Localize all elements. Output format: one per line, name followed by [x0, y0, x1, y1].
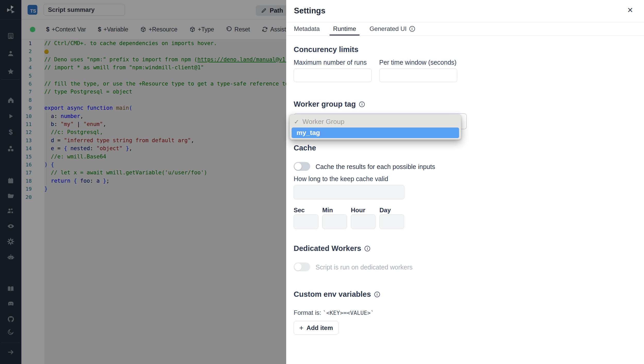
concurrency-input-max-runs[interactable] [294, 69, 372, 82]
modal-backdrop[interactable] [0, 0, 286, 364]
env-format-hint: Format is: `<KEY>=<VALUE>` [294, 309, 374, 316]
cache-day-input[interactable] [379, 214, 404, 229]
field-label: Maximum number of runs [294, 59, 367, 66]
info-icon[interactable]: i [374, 292, 380, 297]
cache-min-input[interactable] [322, 214, 347, 229]
settings-tabs: MetadataRuntimeGenerated UIi [286, 22, 644, 36]
cache-duration-input[interactable] [294, 185, 404, 199]
windmill-script-editor: $ [0, 0, 644, 364]
add-item-button[interactable]: + Add item [294, 321, 338, 335]
cache-heading: Cache [294, 144, 316, 152]
cache-duration-label: How long to the keep cache valid [294, 175, 388, 183]
info-icon[interactable]: i [409, 26, 415, 32]
check-icon: ✓ [294, 118, 299, 125]
dropdown-option-worker-group[interactable]: ✓Worker Group [292, 116, 459, 128]
cache-sec-input[interactable] [294, 214, 318, 229]
unit-label-sec: Sec [294, 207, 305, 214]
unit-label-hour: Hour [351, 207, 365, 214]
settings-drawer: Settings ✕ MetadataRuntimeGenerated UIi … [286, 0, 644, 364]
concurrency-heading: Concurency limits [294, 45, 358, 54]
worker-group-heading: Worker group tag i [294, 100, 365, 108]
close-icon[interactable]: ✕ [627, 6, 633, 15]
cache-toggle-label: Cache the results for each possible inpu… [316, 163, 435, 171]
settings-title: Settings [294, 6, 325, 15]
dedicated-workers-toggle[interactable] [294, 263, 310, 271]
dedicated-workers-heading: Dedicated Workers i [294, 244, 370, 253]
worker-group-dropdown: ✓Worker Groupmy_tag [290, 114, 461, 140]
settings-header: Settings ✕ [286, 0, 644, 22]
tab-generated-ui[interactable]: Generated UIi [369, 22, 415, 36]
unit-label-day: Day [379, 207, 391, 214]
dropdown-option-my_tag[interactable]: my_tag [292, 128, 459, 138]
concurrency-input-time-window[interactable] [379, 69, 457, 82]
info-icon[interactable]: i [365, 246, 370, 251]
env-format-code: `<KEY>=<VALUE>` [323, 310, 374, 316]
toggle-knob [294, 263, 302, 270]
toggle-knob [294, 163, 302, 170]
tab-runtime[interactable]: Runtime [333, 22, 356, 36]
dedicated-workers-toggle-label: Script is run on dedicated workers [316, 264, 413, 271]
tab-metadata[interactable]: Metadata [294, 22, 320, 36]
cache-hour-input[interactable] [351, 214, 376, 229]
add-item-label: Add item [307, 324, 333, 332]
plus-icon: + [299, 324, 303, 332]
info-icon[interactable]: i [359, 101, 365, 107]
custom-env-heading: Custom env variables i [294, 290, 380, 299]
unit-label-min: Min [322, 207, 333, 214]
field-label: Per time window (seconds) [379, 59, 456, 66]
cache-toggle[interactable] [294, 162, 310, 171]
